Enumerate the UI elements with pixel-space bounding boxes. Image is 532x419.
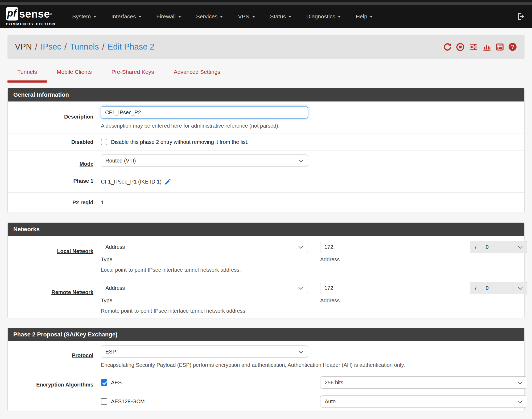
cidr-separator: / — [471, 282, 481, 294]
mode-select[interactable]: Routed (VTI) — [101, 154, 308, 167]
breadcrumb-vpn: VPN — [15, 42, 32, 52]
top-navbar: pf sense ® COMMUNITY EDITION System Inte… — [0, 5, 532, 28]
menu-system[interactable]: System — [65, 13, 104, 20]
breadcrumb: VPN / IPsec / Tunnels / Edit Phase 2 — [15, 42, 154, 52]
menu-status[interactable]: Status — [263, 13, 299, 20]
menu-help[interactable]: Help — [348, 13, 380, 20]
local-network-type-select[interactable]: Address — [101, 241, 308, 253]
help-icon[interactable]: ? — [508, 42, 517, 51]
disabled-label: Disabled — [8, 139, 93, 145]
logo-sense-text: sense — [19, 9, 50, 19]
logo-pf-box: pf — [6, 7, 18, 21]
svg-text:?: ? — [511, 44, 514, 50]
description-help: A description may be entered here for ad… — [101, 123, 519, 129]
aes-checkbox[interactable] — [101, 379, 107, 386]
sign-out-icon[interactable] — [517, 12, 525, 21]
local-network-label: Local Network — [8, 241, 93, 273]
description-input[interactable] — [101, 106, 308, 119]
aes-keylen-select[interactable]: 256 bits — [320, 376, 527, 389]
remote-network-address-input[interactable] — [320, 282, 471, 294]
pencil-icon[interactable] — [164, 178, 172, 185]
breadcrumb-bar: VPN / IPsec / Tunnels / Edit Phase 2 — [7, 35, 525, 59]
pfsense-logo[interactable]: pf sense ® COMMUNITY EDITION — [6, 7, 56, 26]
bar-chart-icon[interactable] — [482, 43, 491, 51]
caret-down-icon — [220, 16, 223, 18]
remote-address-sublabel: Address — [320, 298, 527, 304]
menu-interfaces[interactable]: Interfaces — [104, 13, 149, 20]
encryption-algorithms-label: Encryption Algorithms — [8, 376, 93, 389]
row-remote-network: Remote Network Address Type / 0 — [8, 277, 524, 318]
row-disabled: Disabled Disable this phase 2 entry with… — [8, 133, 524, 151]
p2-reqid-label: P2 reqid — [8, 200, 93, 206]
disabled-checkbox[interactable] — [101, 139, 107, 145]
ipsec-tabs: Tunnels Mobile Clients Pre-Shared Keys A… — [7, 67, 525, 83]
row-description: Description A description may be entered… — [8, 101, 524, 133]
sliders-icon[interactable] — [469, 43, 478, 51]
row-mode: Mode Routed (VTI) — [8, 151, 524, 171]
tab-pre-shared-keys[interactable]: Pre-Shared Keys — [102, 67, 164, 83]
panel-networks: Networks Local Network Address Type / 0 — [7, 222, 525, 318]
caret-down-icon — [178, 16, 181, 18]
row-protocol: Protocol ESP Encapsulating Security Payl… — [8, 341, 524, 373]
caret-down-icon — [252, 16, 255, 18]
stop-circle-icon[interactable] — [456, 43, 465, 51]
row-phase1: Phase 1 CF1_IPsec_P1 (IKE ID 1) — [8, 171, 524, 193]
breadcrumb-tunnels-link[interactable]: Tunnels — [70, 42, 99, 52]
mode-label: Mode — [8, 154, 93, 167]
refresh-icon[interactable] — [443, 43, 452, 51]
panel-general-information: General Information Description A descri… — [7, 88, 525, 213]
protocol-help: Encapsulating Security Payload (ESP) per… — [101, 362, 519, 368]
menu-vpn[interactable]: VPN — [230, 13, 262, 20]
disabled-checkbox-label: Disable this phase 2 entry without remov… — [111, 139, 249, 145]
aes-label: AES — [111, 380, 122, 386]
tab-tunnels[interactable]: Tunnels — [7, 67, 47, 83]
protocol-select[interactable]: ESP — [101, 345, 308, 358]
caret-down-icon — [138, 16, 142, 18]
remote-network-help: Remote point-to-point IPsec interface tu… — [101, 308, 527, 314]
aes128-gcm-keylen-select[interactable]: Auto — [320, 395, 527, 408]
panel-title: Networks — [8, 223, 524, 236]
panel-phase2-proposal: Phase 2 Proposal (SA/Key Exchange) Proto… — [7, 328, 525, 411]
remote-network-type-select[interactable]: Address — [101, 282, 308, 294]
phase1-value: CF1_IPsec_P1 (IKE ID 1) — [101, 179, 162, 185]
local-type-sublabel: Type — [101, 257, 308, 263]
description-label: Description — [8, 106, 93, 129]
caret-down-icon — [288, 16, 291, 18]
breadcrumb-ipsec-link[interactable]: IPsec — [40, 42, 61, 52]
menu-services[interactable]: Services — [189, 13, 231, 20]
phase1-label: Phase 1 — [8, 178, 93, 185]
logo-edition-text: COMMUNITY EDITION — [6, 22, 56, 26]
p2-reqid-value: 1 — [101, 200, 104, 206]
menu-firewall[interactable]: Firewall — [149, 13, 189, 20]
tab-mobile-clients[interactable]: Mobile Clients — [47, 67, 102, 83]
log-list-icon[interactable] — [495, 43, 504, 51]
cidr-separator: / — [471, 241, 481, 253]
caret-down-icon — [93, 16, 96, 18]
panel-title: General Information — [8, 88, 524, 101]
caret-down-icon — [370, 16, 373, 18]
menu-diagnostics[interactable]: Diagnostics — [299, 13, 348, 20]
logo-registered-mark: ® — [50, 12, 52, 15]
window-title-strip — [0, 2, 532, 5]
local-address-sublabel: Address — [320, 257, 527, 263]
local-network-cidr-select[interactable]: 0 — [481, 241, 527, 253]
main-menu: System Interfaces Firewall Services VPN … — [65, 13, 380, 20]
aes128-gcm-checkbox[interactable] — [101, 398, 107, 405]
tab-advanced-settings[interactable]: Advanced Settings — [164, 67, 230, 83]
breadcrumb-edit-phase2-link[interactable]: Edit Phase 2 — [108, 42, 154, 52]
row-local-network: Local Network Address Type / 0 — [8, 236, 524, 277]
row-p2-reqid: P2 reqid 1 — [8, 193, 524, 213]
window-top-strip — [0, 0, 532, 2]
row-encryption-aes: Encryption Algorithms AES 256 bits — [8, 373, 524, 392]
row-encryption-aes128gcm: AES128-GCM Auto — [8, 392, 524, 411]
protocol-label: Protocol — [8, 345, 93, 368]
local-network-help: Local point-to-point IPsec interface tun… — [101, 267, 527, 273]
panel-title: Phase 2 Proposal (SA/Key Exchange) — [8, 328, 524, 341]
page-action-icons: ? — [443, 42, 517, 51]
remote-type-sublabel: Type — [101, 298, 308, 304]
aes128-gcm-label: AES128-GCM — [111, 398, 145, 405]
remote-network-cidr-select[interactable]: 0 — [481, 282, 527, 294]
remote-network-label: Remote Network — [8, 282, 93, 314]
local-network-address-input[interactable] — [320, 241, 471, 253]
caret-down-icon — [338, 16, 341, 18]
